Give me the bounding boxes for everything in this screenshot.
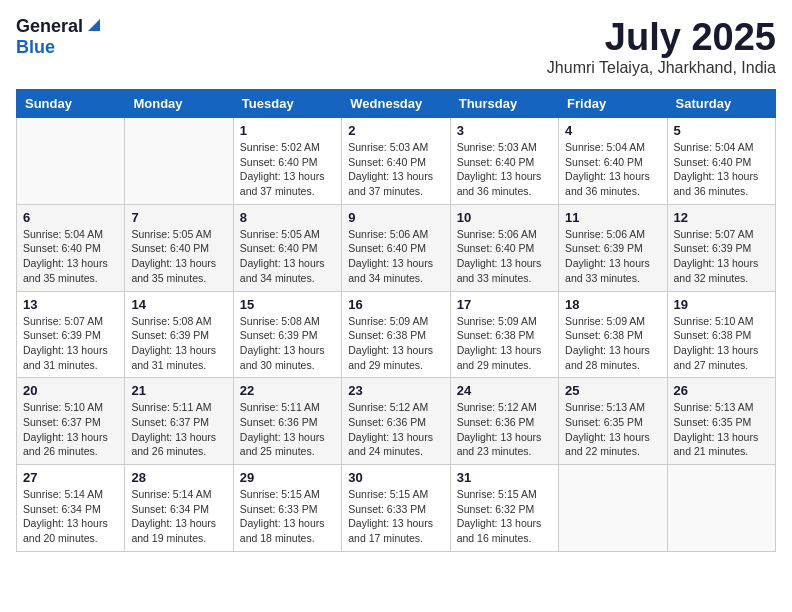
calendar-day-cell: 18Sunrise: 5:09 AM Sunset: 6:38 PM Dayli… (559, 291, 667, 378)
day-number: 4 (565, 123, 660, 138)
day-number: 28 (131, 470, 226, 485)
day-info: Sunrise: 5:09 AM Sunset: 6:38 PM Dayligh… (565, 314, 660, 373)
day-number: 17 (457, 297, 552, 312)
day-info: Sunrise: 5:02 AM Sunset: 6:40 PM Dayligh… (240, 140, 335, 199)
day-number: 30 (348, 470, 443, 485)
weekday-header: Sunday (17, 90, 125, 118)
calendar-table: SundayMondayTuesdayWednesdayThursdayFrid… (16, 89, 776, 552)
logo-icon (86, 17, 102, 37)
calendar-day-cell: 27Sunrise: 5:14 AM Sunset: 6:34 PM Dayli… (17, 465, 125, 552)
day-number: 13 (23, 297, 118, 312)
day-number: 26 (674, 383, 769, 398)
day-info: Sunrise: 5:04 AM Sunset: 6:40 PM Dayligh… (674, 140, 769, 199)
day-info: Sunrise: 5:08 AM Sunset: 6:39 PM Dayligh… (240, 314, 335, 373)
day-info: Sunrise: 5:04 AM Sunset: 6:40 PM Dayligh… (565, 140, 660, 199)
logo-blue: Blue (16, 37, 55, 57)
calendar-day-cell: 8Sunrise: 5:05 AM Sunset: 6:40 PM Daylig… (233, 204, 341, 291)
day-number: 5 (674, 123, 769, 138)
day-number: 7 (131, 210, 226, 225)
day-info: Sunrise: 5:14 AM Sunset: 6:34 PM Dayligh… (23, 487, 118, 546)
calendar-day-cell: 6Sunrise: 5:04 AM Sunset: 6:40 PM Daylig… (17, 204, 125, 291)
day-number: 9 (348, 210, 443, 225)
day-info: Sunrise: 5:10 AM Sunset: 6:37 PM Dayligh… (23, 400, 118, 459)
calendar-day-cell: 28Sunrise: 5:14 AM Sunset: 6:34 PM Dayli… (125, 465, 233, 552)
day-info: Sunrise: 5:05 AM Sunset: 6:40 PM Dayligh… (240, 227, 335, 286)
day-number: 19 (674, 297, 769, 312)
day-info: Sunrise: 5:13 AM Sunset: 6:35 PM Dayligh… (565, 400, 660, 459)
day-info: Sunrise: 5:07 AM Sunset: 6:39 PM Dayligh… (674, 227, 769, 286)
calendar-week-row: 6Sunrise: 5:04 AM Sunset: 6:40 PM Daylig… (17, 204, 776, 291)
calendar-day-cell: 25Sunrise: 5:13 AM Sunset: 6:35 PM Dayli… (559, 378, 667, 465)
calendar-day-cell (667, 465, 775, 552)
calendar-day-cell: 12Sunrise: 5:07 AM Sunset: 6:39 PM Dayli… (667, 204, 775, 291)
calendar-day-cell: 5Sunrise: 5:04 AM Sunset: 6:40 PM Daylig… (667, 118, 775, 205)
day-info: Sunrise: 5:05 AM Sunset: 6:40 PM Dayligh… (131, 227, 226, 286)
day-info: Sunrise: 5:10 AM Sunset: 6:38 PM Dayligh… (674, 314, 769, 373)
calendar-day-cell: 10Sunrise: 5:06 AM Sunset: 6:40 PM Dayli… (450, 204, 558, 291)
weekday-header: Monday (125, 90, 233, 118)
weekday-header: Friday (559, 90, 667, 118)
calendar-day-cell: 4Sunrise: 5:04 AM Sunset: 6:40 PM Daylig… (559, 118, 667, 205)
day-number: 16 (348, 297, 443, 312)
day-info: Sunrise: 5:12 AM Sunset: 6:36 PM Dayligh… (457, 400, 552, 459)
weekday-header: Saturday (667, 90, 775, 118)
calendar-header-row: SundayMondayTuesdayWednesdayThursdayFrid… (17, 90, 776, 118)
calendar-day-cell: 19Sunrise: 5:10 AM Sunset: 6:38 PM Dayli… (667, 291, 775, 378)
day-info: Sunrise: 5:15 AM Sunset: 6:33 PM Dayligh… (240, 487, 335, 546)
calendar-day-cell: 31Sunrise: 5:15 AM Sunset: 6:32 PM Dayli… (450, 465, 558, 552)
day-info: Sunrise: 5:09 AM Sunset: 6:38 PM Dayligh… (348, 314, 443, 373)
day-info: Sunrise: 5:14 AM Sunset: 6:34 PM Dayligh… (131, 487, 226, 546)
calendar-week-row: 27Sunrise: 5:14 AM Sunset: 6:34 PM Dayli… (17, 465, 776, 552)
day-number: 12 (674, 210, 769, 225)
day-info: Sunrise: 5:03 AM Sunset: 6:40 PM Dayligh… (348, 140, 443, 199)
day-info: Sunrise: 5:13 AM Sunset: 6:35 PM Dayligh… (674, 400, 769, 459)
day-number: 27 (23, 470, 118, 485)
calendar-day-cell: 7Sunrise: 5:05 AM Sunset: 6:40 PM Daylig… (125, 204, 233, 291)
calendar-day-cell: 14Sunrise: 5:08 AM Sunset: 6:39 PM Dayli… (125, 291, 233, 378)
calendar-day-cell: 9Sunrise: 5:06 AM Sunset: 6:40 PM Daylig… (342, 204, 450, 291)
day-info: Sunrise: 5:04 AM Sunset: 6:40 PM Dayligh… (23, 227, 118, 286)
day-number: 1 (240, 123, 335, 138)
calendar-day-cell: 29Sunrise: 5:15 AM Sunset: 6:33 PM Dayli… (233, 465, 341, 552)
calendar-day-cell: 23Sunrise: 5:12 AM Sunset: 6:36 PM Dayli… (342, 378, 450, 465)
day-number: 24 (457, 383, 552, 398)
day-number: 23 (348, 383, 443, 398)
calendar-week-row: 13Sunrise: 5:07 AM Sunset: 6:39 PM Dayli… (17, 291, 776, 378)
day-number: 18 (565, 297, 660, 312)
weekday-header: Tuesday (233, 90, 341, 118)
month-title: July 2025 (547, 16, 776, 59)
day-info: Sunrise: 5:06 AM Sunset: 6:40 PM Dayligh… (457, 227, 552, 286)
day-info: Sunrise: 5:06 AM Sunset: 6:40 PM Dayligh… (348, 227, 443, 286)
calendar-day-cell: 13Sunrise: 5:07 AM Sunset: 6:39 PM Dayli… (17, 291, 125, 378)
day-info: Sunrise: 5:03 AM Sunset: 6:40 PM Dayligh… (457, 140, 552, 199)
calendar-day-cell: 2Sunrise: 5:03 AM Sunset: 6:40 PM Daylig… (342, 118, 450, 205)
calendar-day-cell (559, 465, 667, 552)
day-number: 3 (457, 123, 552, 138)
day-info: Sunrise: 5:15 AM Sunset: 6:32 PM Dayligh… (457, 487, 552, 546)
svg-marker-0 (88, 19, 100, 31)
calendar-day-cell: 21Sunrise: 5:11 AM Sunset: 6:37 PM Dayli… (125, 378, 233, 465)
calendar-day-cell: 16Sunrise: 5:09 AM Sunset: 6:38 PM Dayli… (342, 291, 450, 378)
day-number: 20 (23, 383, 118, 398)
calendar-day-cell: 17Sunrise: 5:09 AM Sunset: 6:38 PM Dayli… (450, 291, 558, 378)
day-info: Sunrise: 5:11 AM Sunset: 6:37 PM Dayligh… (131, 400, 226, 459)
day-number: 22 (240, 383, 335, 398)
title-section: July 2025 Jhumri Telaiya, Jharkhand, Ind… (547, 16, 776, 77)
calendar-day-cell: 30Sunrise: 5:15 AM Sunset: 6:33 PM Dayli… (342, 465, 450, 552)
day-info: Sunrise: 5:06 AM Sunset: 6:39 PM Dayligh… (565, 227, 660, 286)
day-number: 8 (240, 210, 335, 225)
calendar-day-cell (17, 118, 125, 205)
calendar-day-cell (125, 118, 233, 205)
day-info: Sunrise: 5:09 AM Sunset: 6:38 PM Dayligh… (457, 314, 552, 373)
day-number: 29 (240, 470, 335, 485)
calendar-day-cell: 3Sunrise: 5:03 AM Sunset: 6:40 PM Daylig… (450, 118, 558, 205)
calendar-day-cell: 22Sunrise: 5:11 AM Sunset: 6:36 PM Dayli… (233, 378, 341, 465)
page-header: General Blue July 2025 Jhumri Telaiya, J… (16, 16, 776, 77)
calendar-week-row: 1Sunrise: 5:02 AM Sunset: 6:40 PM Daylig… (17, 118, 776, 205)
logo-general: General (16, 16, 83, 37)
day-number: 25 (565, 383, 660, 398)
day-number: 11 (565, 210, 660, 225)
day-info: Sunrise: 5:15 AM Sunset: 6:33 PM Dayligh… (348, 487, 443, 546)
weekday-header: Wednesday (342, 90, 450, 118)
calendar-day-cell: 11Sunrise: 5:06 AM Sunset: 6:39 PM Dayli… (559, 204, 667, 291)
